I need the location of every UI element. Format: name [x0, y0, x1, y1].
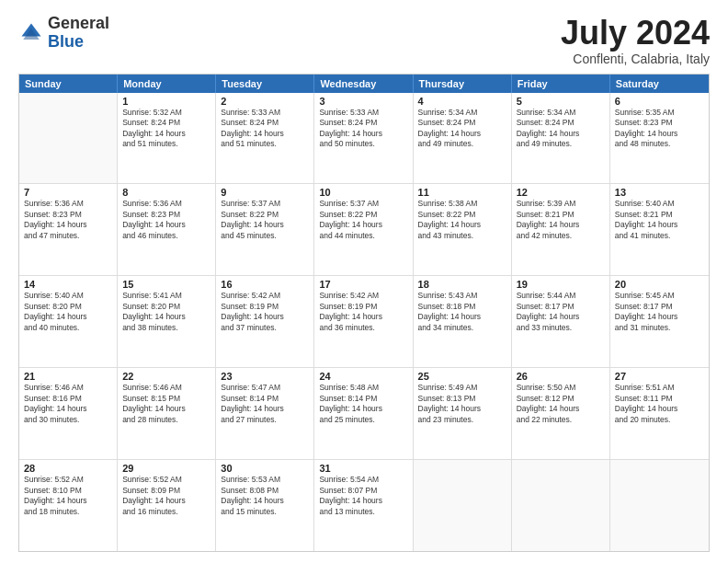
day-number: 3 — [319, 96, 407, 107]
logo-icon — [18, 20, 44, 46]
calendar-cell-7: 7Sunrise: 5:36 AM Sunset: 8:23 PM Daylig… — [19, 184, 118, 275]
day-number: 1 — [122, 96, 210, 107]
day-number: 9 — [221, 187, 309, 198]
day-number: 8 — [122, 187, 210, 198]
cell-info: Sunrise: 5:33 AM Sunset: 8:24 PM Dayligh… — [319, 108, 407, 150]
weekday-header-wednesday: Wednesday — [314, 75, 413, 93]
day-number: 10 — [319, 187, 407, 198]
cell-info: Sunrise: 5:54 AM Sunset: 8:07 PM Dayligh… — [319, 475, 407, 517]
location: Conflenti, Calabria, Italy — [561, 52, 710, 66]
calendar-cell-3: 3Sunrise: 5:33 AM Sunset: 8:24 PM Daylig… — [314, 93, 413, 184]
calendar-cell-12: 12Sunrise: 5:39 AM Sunset: 8:21 PM Dayli… — [512, 184, 610, 275]
calendar-cell-empty-4-6 — [610, 460, 709, 551]
day-number: 19 — [517, 279, 605, 290]
weekday-header-thursday: Thursday — [414, 75, 512, 93]
calendar-cell-18: 18Sunrise: 5:43 AM Sunset: 8:18 PM Dayli… — [414, 276, 512, 367]
day-number: 25 — [418, 371, 506, 382]
calendar-body: 1Sunrise: 5:32 AM Sunset: 8:24 PM Daylig… — [19, 93, 709, 551]
day-number: 11 — [418, 187, 506, 198]
calendar-cell-30: 30Sunrise: 5:53 AM Sunset: 8:08 PM Dayli… — [216, 460, 314, 551]
weekday-header-tuesday: Tuesday — [216, 75, 314, 93]
calendar-cell-16: 16Sunrise: 5:42 AM Sunset: 8:19 PM Dayli… — [216, 276, 314, 367]
weekday-header-monday: Monday — [118, 75, 216, 93]
calendar-cell-25: 25Sunrise: 5:49 AM Sunset: 8:13 PM Dayli… — [414, 368, 512, 459]
calendar-cell-14: 14Sunrise: 5:40 AM Sunset: 8:20 PM Dayli… — [19, 276, 118, 367]
cell-info: Sunrise: 5:36 AM Sunset: 8:23 PM Dayligh… — [24, 199, 112, 241]
calendar-cell-13: 13Sunrise: 5:40 AM Sunset: 8:21 PM Dayli… — [610, 184, 709, 275]
day-number: 28 — [24, 463, 112, 474]
cell-info: Sunrise: 5:32 AM Sunset: 8:24 PM Dayligh… — [122, 108, 210, 150]
cell-info: Sunrise: 5:37 AM Sunset: 8:22 PM Dayligh… — [319, 199, 407, 241]
calendar-cell-26: 26Sunrise: 5:50 AM Sunset: 8:12 PM Dayli… — [512, 368, 610, 459]
calendar-cell-22: 22Sunrise: 5:46 AM Sunset: 8:15 PM Dayli… — [118, 368, 216, 459]
day-number: 26 — [517, 371, 605, 382]
cell-info: Sunrise: 5:40 AM Sunset: 8:21 PM Dayligh… — [615, 199, 704, 241]
cell-info: Sunrise: 5:41 AM Sunset: 8:20 PM Dayligh… — [122, 291, 210, 333]
day-number: 21 — [24, 371, 112, 382]
cell-info: Sunrise: 5:42 AM Sunset: 8:19 PM Dayligh… — [221, 291, 309, 333]
day-number: 15 — [122, 279, 210, 290]
logo-text: General Blue — [48, 15, 109, 52]
calendar-cell-31: 31Sunrise: 5:54 AM Sunset: 8:07 PM Dayli… — [314, 460, 413, 551]
calendar-cell-15: 15Sunrise: 5:41 AM Sunset: 8:20 PM Dayli… — [118, 276, 216, 367]
header: General Blue July 2024 Conflenti, Calabr… — [18, 15, 710, 66]
day-number: 30 — [221, 463, 309, 474]
day-number: 6 — [615, 96, 704, 107]
logo: General Blue — [18, 15, 109, 52]
day-number: 24 — [319, 371, 407, 382]
cell-info: Sunrise: 5:48 AM Sunset: 8:14 PM Dayligh… — [319, 383, 407, 425]
calendar-cell-6: 6Sunrise: 5:35 AM Sunset: 8:23 PM Daylig… — [610, 93, 709, 184]
calendar-cell-20: 20Sunrise: 5:45 AM Sunset: 8:17 PM Dayli… — [610, 276, 709, 367]
calendar-cell-empty-4-4 — [414, 460, 512, 551]
cell-info: Sunrise: 5:43 AM Sunset: 8:18 PM Dayligh… — [418, 291, 506, 333]
calendar-cell-17: 17Sunrise: 5:42 AM Sunset: 8:19 PM Dayli… — [314, 276, 413, 367]
cell-info: Sunrise: 5:34 AM Sunset: 8:24 PM Dayligh… — [418, 108, 506, 150]
calendar-cell-2: 2Sunrise: 5:33 AM Sunset: 8:24 PM Daylig… — [216, 93, 314, 184]
day-number: 27 — [615, 371, 704, 382]
cell-info: Sunrise: 5:34 AM Sunset: 8:24 PM Dayligh… — [517, 108, 605, 150]
weekday-header-sunday: Sunday — [19, 75, 118, 93]
cell-info: Sunrise: 5:47 AM Sunset: 8:14 PM Dayligh… — [221, 383, 309, 425]
day-number: 4 — [418, 96, 506, 107]
calendar-cell-11: 11Sunrise: 5:38 AM Sunset: 8:22 PM Dayli… — [414, 184, 512, 275]
day-number: 14 — [24, 279, 112, 290]
cell-info: Sunrise: 5:40 AM Sunset: 8:20 PM Dayligh… — [24, 291, 112, 333]
logo-general: General — [48, 14, 109, 32]
day-number: 29 — [122, 463, 210, 474]
day-number: 18 — [418, 279, 506, 290]
day-number: 2 — [221, 96, 309, 107]
cell-info: Sunrise: 5:45 AM Sunset: 8:17 PM Dayligh… — [615, 291, 704, 333]
cell-info: Sunrise: 5:53 AM Sunset: 8:08 PM Dayligh… — [221, 475, 309, 517]
calendar-cell-21: 21Sunrise: 5:46 AM Sunset: 8:16 PM Dayli… — [19, 368, 118, 459]
day-number: 20 — [615, 279, 704, 290]
calendar-cell-19: 19Sunrise: 5:44 AM Sunset: 8:17 PM Dayli… — [512, 276, 610, 367]
weekday-header-friday: Friday — [512, 75, 610, 93]
calendar-cell-29: 29Sunrise: 5:52 AM Sunset: 8:09 PM Dayli… — [118, 460, 216, 551]
cell-info: Sunrise: 5:49 AM Sunset: 8:13 PM Dayligh… — [418, 383, 506, 425]
cell-info: Sunrise: 5:39 AM Sunset: 8:21 PM Dayligh… — [517, 199, 605, 241]
day-number: 17 — [319, 279, 407, 290]
calendar-cell-empty-0-0 — [19, 93, 118, 184]
cell-info: Sunrise: 5:35 AM Sunset: 8:23 PM Dayligh… — [615, 108, 704, 150]
calendar-cell-8: 8Sunrise: 5:36 AM Sunset: 8:23 PM Daylig… — [118, 184, 216, 275]
calendar-cell-23: 23Sunrise: 5:47 AM Sunset: 8:14 PM Dayli… — [216, 368, 314, 459]
calendar-cell-28: 28Sunrise: 5:52 AM Sunset: 8:10 PM Dayli… — [19, 460, 118, 551]
calendar-row-5: 28Sunrise: 5:52 AM Sunset: 8:10 PM Dayli… — [19, 460, 709, 551]
weekday-header-saturday: Saturday — [610, 75, 709, 93]
day-number: 23 — [221, 371, 309, 382]
calendar-row-2: 7Sunrise: 5:36 AM Sunset: 8:23 PM Daylig… — [19, 184, 709, 276]
title-block: July 2024 Conflenti, Calabria, Italy — [561, 15, 710, 66]
cell-info: Sunrise: 5:36 AM Sunset: 8:23 PM Dayligh… — [122, 199, 210, 241]
day-number: 5 — [517, 96, 605, 107]
day-number: 13 — [615, 187, 704, 198]
cell-info: Sunrise: 5:42 AM Sunset: 8:19 PM Dayligh… — [319, 291, 407, 333]
calendar-cell-empty-4-5 — [512, 460, 610, 551]
cell-info: Sunrise: 5:52 AM Sunset: 8:09 PM Dayligh… — [122, 475, 210, 517]
day-number: 16 — [221, 279, 309, 290]
calendar-header: SundayMondayTuesdayWednesdayThursdayFrid… — [19, 75, 709, 93]
calendar-cell-27: 27Sunrise: 5:51 AM Sunset: 8:11 PM Dayli… — [610, 368, 709, 459]
day-number: 12 — [517, 187, 605, 198]
cell-info: Sunrise: 5:46 AM Sunset: 8:15 PM Dayligh… — [122, 383, 210, 425]
cell-info: Sunrise: 5:52 AM Sunset: 8:10 PM Dayligh… — [24, 475, 112, 517]
cell-info: Sunrise: 5:33 AM Sunset: 8:24 PM Dayligh… — [221, 108, 309, 150]
